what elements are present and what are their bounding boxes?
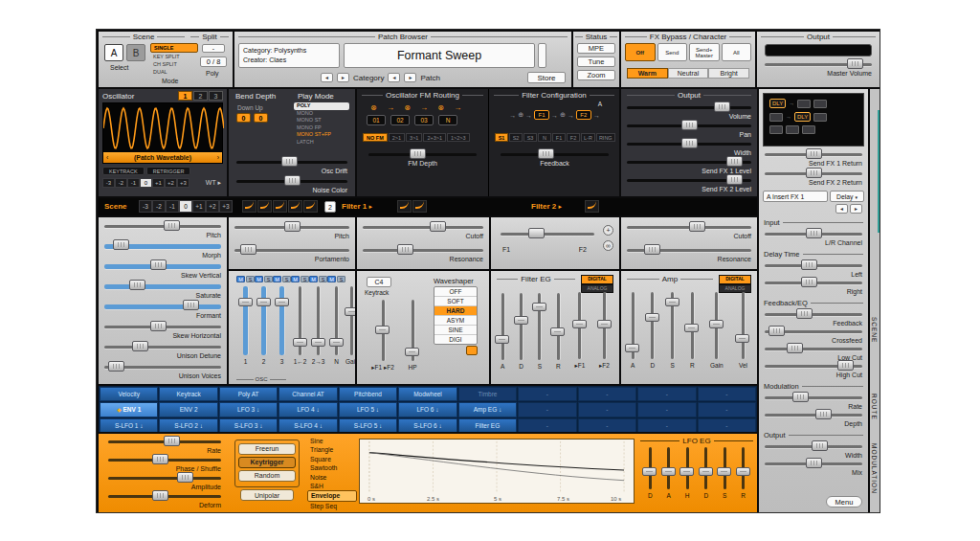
option-step-seq[interactable]: Step Seq	[307, 502, 357, 510]
slider-high-cut[interactable]: High Cut	[765, 360, 862, 377]
option-noise[interactable]: Noise	[307, 473, 357, 482]
option-digital[interactable]: DIGITAL	[719, 275, 751, 284]
scene-a-button[interactable]: A	[104, 44, 123, 61]
mod-source-item[interactable]: -	[698, 387, 756, 401]
slider-unison-detune[interactable]: Unison Detune	[104, 341, 221, 361]
slider-handle[interactable]	[150, 321, 167, 331]
option-keytrigger[interactable]: Keytrigger	[238, 457, 296, 468]
solo-button[interactable]: S	[282, 276, 291, 282]
option-02[interactable]: 02	[390, 115, 410, 125]
slider-morph[interactable]: Morph	[104, 240, 221, 260]
slider-handle[interactable]	[642, 467, 657, 476]
option-mono-st[interactable]: MONO ST	[294, 117, 349, 124]
mod-source-item[interactable]: -	[518, 402, 576, 417]
solo-button[interactable]: S	[246, 276, 255, 282]
slider-a[interactable]: A	[501, 293, 504, 370]
option-3[interactable]: -3	[139, 200, 152, 213]
slider-depth[interactable]: Depth	[765, 409, 862, 426]
slider-handle[interactable]	[768, 326, 785, 336]
slider-handle[interactable]	[792, 392, 809, 402]
option-s3[interactable]: S3	[523, 133, 537, 142]
slider-a[interactable]: A	[667, 447, 671, 499]
option-digital[interactable]: DIGITAL	[581, 275, 613, 284]
fx-slot-box[interactable]	[813, 113, 827, 122]
slider-volume[interactable]: Volume	[627, 101, 751, 120]
option-off[interactable]: OFF	[434, 287, 477, 297]
keytrack-root-value[interactable]: C4	[367, 277, 391, 287]
mod-source-amp-eg[interactable]: Amp EG ↓	[458, 402, 517, 417]
option-2[interactable]: +2	[206, 200, 219, 213]
option-digi[interactable]: DIGI	[434, 335, 477, 344]
patch-prev-button[interactable]: ◄	[388, 73, 400, 82]
mod-source-item[interactable]: -	[578, 402, 636, 417]
slider-handle[interactable]	[405, 348, 419, 356]
option-zoom[interactable]: Zoom	[577, 70, 615, 80]
slider-handle[interactable]	[345, 307, 355, 316]
option-s-h[interactable]: S&H	[307, 482, 357, 490]
slider-portamento[interactable]: Portamento	[234, 244, 349, 267]
option-n[interactable]: N	[538, 133, 551, 142]
slider-mix[interactable]: Mix	[765, 458, 862, 475]
filter-curve-icon[interactable]	[412, 200, 427, 213]
mute-button[interactable]: M	[255, 276, 263, 282]
option-2-3-1[interactable]: 2+3>1	[423, 133, 446, 142]
mute-button[interactable]: M	[273, 276, 281, 282]
slider-handle[interactable]	[801, 259, 817, 270]
slider-handle[interactable]	[689, 221, 705, 232]
filter-curve-icon[interactable]	[257, 200, 272, 213]
option-2[interactable]: -2	[152, 200, 166, 213]
slider-handle[interactable]	[132, 341, 148, 351]
filter-curve-icon[interactable]	[273, 200, 287, 213]
option-1[interactable]: +1	[192, 200, 206, 213]
mod-source-item[interactable]: -	[518, 387, 576, 401]
slider-handle[interactable]	[281, 156, 298, 167]
slider-deform[interactable]: Deform	[108, 490, 221, 508]
slider-width[interactable]: Width	[627, 138, 751, 156]
slider-gain[interactable]: Gain	[710, 292, 724, 369]
mute-button[interactable]: M	[309, 276, 318, 282]
option-0[interactable]: 0	[179, 200, 192, 213]
mod-source-poly-at[interactable]: Poly AT	[219, 387, 278, 401]
retrigger-button[interactable]: RETRIGGER	[146, 167, 191, 175]
option-0[interactable]: 0	[140, 178, 152, 188]
option-3[interactable]: +3	[219, 200, 233, 213]
slider-handle[interactable]	[806, 148, 822, 159]
slider-handle[interactable]	[735, 334, 749, 343]
category-next-button[interactable]: ►	[337, 73, 349, 82]
mute-button[interactable]: M	[236, 276, 245, 282]
solo-button[interactable]: S	[264, 276, 273, 282]
mod-source-item[interactable]: -	[518, 418, 576, 432]
slider-handle[interactable]	[806, 458, 822, 468]
slider-s[interactable]: S	[538, 293, 542, 370]
slider-handle[interactable]	[812, 440, 828, 451]
slider-handle[interactable]	[736, 467, 750, 476]
slider-handle[interactable]	[709, 320, 724, 328]
filter2-link-button[interactable]: ∞	[603, 240, 613, 251]
slider-f2[interactable]: ▸F2	[599, 292, 610, 370]
slider-feedback[interactable]: Feedback	[765, 308, 862, 326]
delay-fx-node[interactable]: DLY	[794, 112, 811, 122]
slider-left[interactable]: Left	[765, 259, 862, 277]
mod-source-item[interactable]: -	[637, 387, 696, 401]
slider-handle[interactable]	[699, 467, 713, 476]
slider-handle[interactable]	[787, 343, 803, 353]
mod-source-pitchbend[interactable]: Pitchbend	[339, 387, 397, 401]
option-mono-fp[interactable]: MONO FP	[294, 124, 349, 132]
mod-source-item[interactable]: -	[578, 418, 636, 432]
mod-source-lfo-5[interactable]: LFO 5 ↓	[339, 402, 397, 417]
tab-modulation[interactable]: MODULATION	[871, 443, 878, 494]
filter-curve-icon[interactable]	[303, 200, 318, 213]
slider-pitch[interactable]: Pitch	[234, 221, 349, 244]
category-prev-button[interactable]: ◄	[321, 73, 333, 82]
option-poly[interactable]: POLY	[294, 102, 349, 110]
mod-source-modwheel[interactable]: Modwheel	[398, 387, 457, 401]
slider-handle[interactable]	[645, 313, 659, 322]
slider-handle[interactable]	[152, 490, 168, 501]
mod-source-item[interactable]: -	[698, 418, 756, 432]
unipolar-button[interactable]: Unipolar	[240, 489, 294, 501]
slider-handle[interactable]	[625, 344, 639, 352]
slider-s[interactable]: S	[723, 447, 726, 499]
option-bright[interactable]: Bright	[708, 68, 749, 79]
option-3[interactable]: 3	[209, 91, 223, 101]
mod-source-s-lfo-4[interactable]: S-LFO 4 ↓	[278, 418, 337, 432]
